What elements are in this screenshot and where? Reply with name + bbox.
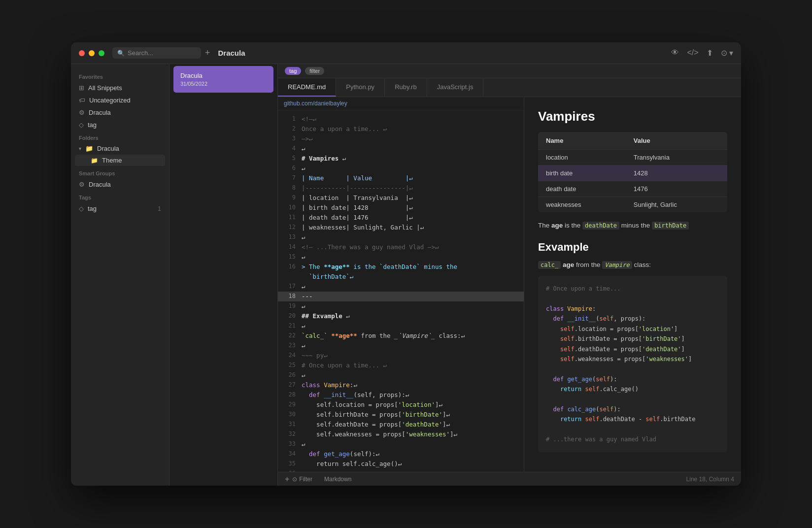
preview-section2-title: Exvample — [538, 241, 727, 254]
tag-count: 1 — [158, 205, 161, 212]
folder-icon: 📁 — [85, 145, 93, 152]
line-12: 12| weaknesses| Sunlight, Garlic |↵ — [278, 223, 524, 232]
sidebar-item-dracula-sg[interactable]: ⚙ Dracula — [71, 178, 169, 191]
editor-link[interactable]: github.com/danielbayley — [278, 97, 524, 110]
line-5: 5# Vampires ↵ — [278, 154, 524, 164]
snippet-date: 31/05/2022 — [180, 81, 267, 87]
tag-badge-filter: filter — [305, 67, 324, 75]
tab-javascript[interactable]: JavaScript.js — [427, 78, 484, 97]
table-row-birthdate: birth date 1428 — [538, 165, 727, 181]
line-11: 11| death date| 1476 |↵ — [278, 213, 524, 223]
line-14: 14<!— ...There was a guy named Vlad —>↵ — [278, 242, 524, 252]
line-30: 30 self.birthDate = props['birthDate']↵ — [278, 410, 524, 420]
table-row-location: location Transylvania — [538, 150, 727, 165]
preview-code-block: # Once upon a time... class Vampire: def… — [538, 276, 727, 452]
table-header-value: Value — [626, 132, 727, 150]
tag-outline-icon: 🏷 — [79, 97, 85, 104]
tab-ruby[interactable]: Ruby.rb — [385, 78, 427, 97]
tag-icon: ◇ — [79, 121, 84, 129]
status-add-button[interactable]: + — [285, 475, 289, 484]
statusbar: + ⊙ Filter Markdown Line 18, Column 4 — [278, 472, 741, 486]
code-view-icon[interactable]: </> — [687, 48, 698, 58]
statusbar-left: + ⊙ Filter — [285, 475, 312, 484]
menu-icon[interactable]: ⊙ ▾ — [721, 48, 733, 58]
titlebar-icons: 👁 </> ⬆ ⊙ ▾ — [671, 48, 733, 58]
app-window: 🔍 Search... + Dracula 👁 </> ⬆ ⊙ ▾ Favori… — [71, 42, 741, 486]
smart-groups-label: Smart Groups — [71, 166, 169, 178]
table-row-deathdate: death date 1476 — [538, 181, 727, 197]
close-button[interactable] — [79, 50, 85, 56]
sidebar-item-label: tag — [88, 205, 97, 212]
sidebar-item-label: All Snippets — [88, 84, 122, 92]
tag-badge-tag: tag — [285, 67, 301, 75]
traffic-lights — [79, 50, 104, 56]
sidebar-item-label: tag — [88, 121, 97, 129]
filter-icon: ⊙ — [292, 476, 297, 483]
sidebar-item-dracula-fav[interactable]: ⚙ Dracula — [71, 106, 169, 119]
line-26: 26↵ — [278, 370, 524, 380]
snippet-item-dracula[interactable]: Dracula 31/05/2022 — [173, 66, 273, 93]
line-17: 17↵ — [278, 282, 524, 292]
tabs-bar: README.md Python.py Ruby.rb JavaScript.j… — [278, 78, 741, 97]
preview-blockquote: The age is the deathDate minus the birth… — [538, 220, 727, 231]
chevron-down-icon: ▾ — [79, 146, 81, 151]
gear-icon: ⚙ — [79, 109, 85, 116]
preview-toggle-icon[interactable]: 👁 — [671, 48, 679, 58]
preview-title: Vampires — [538, 109, 727, 124]
sidebar-item-dracula-folder[interactable]: ▾ 📁 Dracula — [71, 143, 169, 154]
tab-readme[interactable]: README.md — [278, 78, 336, 97]
grid-icon: ⊞ — [79, 84, 84, 92]
share-icon[interactable]: ⬆ — [707, 48, 713, 58]
line-29: 29 self.location = props['location']↵ — [278, 400, 524, 410]
add-snippet-button[interactable]: + — [205, 48, 210, 58]
sidebar-item-theme-subfolder[interactable]: 📁 Theme — [75, 155, 165, 166]
content-area: tag filter README.md Python.py Ruby.rb J… — [278, 64, 741, 486]
line-16b: `birthDate`↵ — [278, 272, 524, 282]
line-34: 34 def get_age(self):↵ — [278, 449, 524, 459]
line-25: 25# Once upon a time... ↵ — [278, 361, 524, 370]
tag-diamond-icon: ◇ — [79, 205, 84, 212]
line-19: 19↵ — [278, 301, 524, 311]
minimize-button[interactable] — [89, 50, 95, 56]
tab-python[interactable]: Python.py — [336, 78, 385, 97]
maximize-button[interactable] — [99, 50, 104, 56]
sidebar-item-label: Uncategorized — [89, 97, 131, 104]
sidebar-item-tag-fav[interactable]: ◇ tag — [71, 119, 169, 131]
search-input[interactable]: Search... — [128, 49, 153, 57]
editor-pane[interactable]: github.com/danielbayley 1<!—↵ 2Once a up… — [278, 97, 524, 472]
snippet-title: Dracula — [218, 49, 672, 57]
line-22: 22`calc_` **age** from the _`Vampire`_ c… — [278, 331, 524, 341]
filter-control[interactable]: ⊙ Filter — [292, 476, 312, 483]
search-bar[interactable]: 🔍 Search... — [112, 47, 201, 59]
sidebar-item-uncategorized[interactable]: 🏷 Uncategorized — [71, 94, 169, 106]
folders-label: Folders — [71, 131, 169, 143]
line-10: 10| birth date| 1428 |↵ — [278, 203, 524, 213]
cursor-position: Line 18, Column 4 — [686, 476, 734, 483]
code-editor[interactable]: 1<!—↵ 2Once a upon a time... ↵ 3—>↵ 4↵ 5… — [278, 110, 524, 472]
search-icon: 🔍 — [117, 50, 125, 57]
table-cell: death date — [538, 181, 626, 197]
table-cell: weaknesses — [538, 197, 626, 213]
line-24: 24~~~ py↵ — [278, 351, 524, 361]
preview-pane: Vampires Name Value location Transylvani… — [524, 97, 741, 472]
preview-table: Name Value location Transylvania birth d… — [538, 132, 727, 212]
line-1: 1<!—↵ — [278, 114, 524, 124]
sidebar-item-label: Theme — [102, 157, 122, 164]
sidebar-item-all-snippets[interactable]: ⊞ All Snippets — [71, 82, 169, 94]
favorites-label: Favorites — [71, 70, 169, 82]
line-15: 15↵ — [278, 252, 524, 262]
sidebar-item-label: Dracula — [89, 109, 111, 116]
line-18: 18--- — [278, 292, 524, 301]
snippet-tags-bar: tag filter — [278, 64, 741, 78]
table-cell: Sunlight, Garlic — [626, 197, 727, 213]
sidebar-item-label: Dracula — [97, 145, 119, 152]
line-33: 33↵ — [278, 439, 524, 449]
github-link[interactable]: github.com/danielbayley — [284, 100, 347, 107]
table-cell: 1428 — [626, 165, 727, 181]
line-32: 32 self.weaknesses = props['weaknesses']… — [278, 429, 524, 439]
table-header-name: Name — [538, 132, 626, 150]
line-31: 31 self.deathDate = props['deathDate']↵ — [278, 420, 524, 429]
line-23: 23↵ — [278, 341, 524, 351]
smart-group-icon: ⚙ — [79, 181, 85, 188]
sidebar-item-tag[interactable]: ◇ tag 1 — [71, 202, 169, 215]
